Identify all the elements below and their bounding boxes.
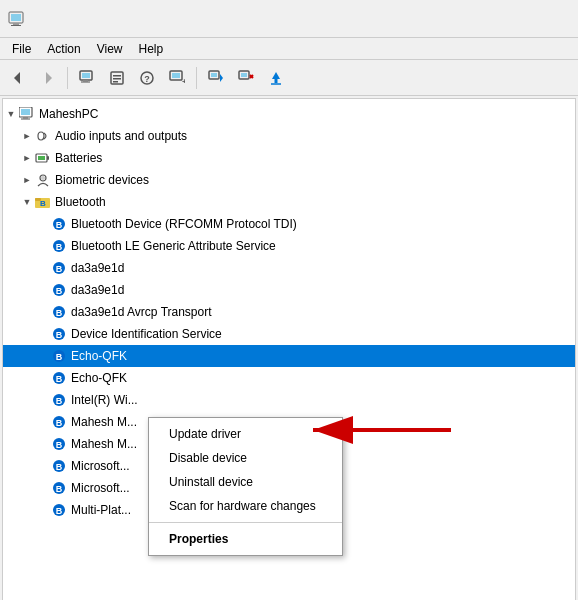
svg-rect-31: [23, 117, 28, 119]
svg-rect-30: [21, 109, 30, 115]
svg-marker-21: [220, 74, 223, 82]
tree-expander-biometric[interactable]: ►: [19, 172, 35, 188]
svg-rect-7: [82, 73, 90, 78]
svg-rect-2: [13, 23, 19, 25]
tree-item-root[interactable]: ▼MaheshPC: [3, 103, 575, 125]
tree-icon-audio: [35, 128, 51, 144]
download-button[interactable]: [262, 64, 290, 92]
tree-expander-bt10[interactable]: [35, 414, 51, 430]
tree-icon-bt9: B: [51, 392, 67, 408]
forward-button[interactable]: [34, 64, 62, 92]
tree-expander-bt4[interactable]: [35, 282, 51, 298]
svg-rect-32: [21, 119, 30, 120]
toolbar-sep-2: [196, 67, 197, 89]
tree-icon-bt6: B: [51, 326, 67, 342]
tree-item-bt4[interactable]: Bda3a9e1d: [3, 279, 575, 301]
svg-text:B: B: [56, 352, 63, 362]
properties-button[interactable]: [103, 64, 131, 92]
menu-item-help[interactable]: Help: [131, 40, 172, 58]
red-arrow: [303, 415, 453, 448]
svg-rect-12: [113, 78, 121, 80]
svg-rect-20: [211, 73, 217, 77]
tree-expander-bt7[interactable]: [35, 348, 51, 364]
tree-icon-bt14: B: [51, 502, 67, 518]
tree-icon-bt4: B: [51, 282, 67, 298]
tree-expander-bt13[interactable]: [35, 480, 51, 496]
tree-label-batteries: Batteries: [55, 151, 102, 165]
tree-icon-bt2: B: [51, 238, 67, 254]
tree-item-bt5[interactable]: Bda3a9e1d Avrcp Transport: [3, 301, 575, 323]
svg-marker-5: [46, 72, 52, 84]
tree-icon-biometric: [35, 172, 51, 188]
svg-rect-3: [11, 25, 21, 26]
tree-item-bt9[interactable]: BIntel(R) Wi...: [3, 389, 575, 411]
context-menu-item-uninstall[interactable]: Uninstall device: [149, 470, 342, 494]
update-driver-button[interactable]: [202, 64, 230, 92]
context-menu-separator: [149, 522, 342, 523]
context-menu-item-scan[interactable]: Scan for hardware changes: [149, 494, 342, 518]
help-button[interactable]: ?: [133, 64, 161, 92]
svg-text:?: ?: [144, 74, 150, 84]
tree-expander-bt9[interactable]: [35, 392, 51, 408]
tree-label-bt3: da3a9e1d: [71, 261, 124, 275]
svg-text:B: B: [56, 418, 63, 428]
svg-point-33: [38, 132, 44, 140]
tree-label-bt5: da3a9e1d Avrcp Transport: [71, 305, 212, 319]
toolbar-sep-1: [67, 67, 68, 89]
tree-label-bt11: Mahesh M...: [71, 437, 137, 451]
tree-icon-root: [19, 106, 35, 122]
svg-text:B: B: [56, 440, 63, 450]
tree-item-bt1[interactable]: BBluetooth Device (RFCOMM Protocol TDI): [3, 213, 575, 235]
tree-icon-bt3: B: [51, 260, 67, 276]
uninstall-button[interactable]: [232, 64, 260, 92]
scan-button[interactable]: +: [163, 64, 191, 92]
tree-expander-bt3[interactable]: [35, 260, 51, 276]
svg-rect-17: [172, 73, 180, 78]
context-menu-item-properties[interactable]: Properties: [149, 527, 342, 551]
svg-rect-35: [38, 156, 45, 160]
menu-item-view[interactable]: View: [89, 40, 131, 58]
tree-expander-bt14[interactable]: [35, 502, 51, 518]
main-area: ▼MaheshPC►Audio inputs and outputs►Batte…: [2, 98, 576, 600]
back-button[interactable]: [4, 64, 32, 92]
tree-expander-bt8[interactable]: [35, 370, 51, 386]
context-menu-item-disable[interactable]: Disable device: [149, 446, 342, 470]
tree-expander-bt5[interactable]: [35, 304, 51, 320]
svg-rect-8: [83, 80, 88, 82]
menu-bar: FileActionViewHelp: [0, 38, 578, 60]
tree-expander-root[interactable]: ▼: [3, 106, 19, 122]
tree-label-bt10: Mahesh M...: [71, 415, 137, 429]
tree-expander-bt1[interactable]: [35, 216, 51, 232]
tree-expander-audio[interactable]: ►: [19, 128, 35, 144]
menu-item-file[interactable]: File: [4, 40, 39, 58]
tree-item-bt6[interactable]: BDevice Identification Service: [3, 323, 575, 345]
tree-item-bt7[interactable]: BEcho-QFK: [3, 345, 575, 367]
svg-text:B: B: [56, 220, 63, 230]
tree-item-batteries[interactable]: ►Batteries: [3, 147, 575, 169]
title-bar: [0, 0, 578, 38]
svg-text:B: B: [56, 264, 63, 274]
svg-rect-38: [41, 176, 45, 180]
tree-item-bt2[interactable]: BBluetooth LE Generic Attribute Service: [3, 235, 575, 257]
svg-rect-13: [113, 81, 118, 83]
show-computer-button[interactable]: [73, 64, 101, 92]
tree-label-bt8: Echo-QFK: [71, 371, 127, 385]
svg-text:B: B: [56, 330, 63, 340]
tree-expander-bt12[interactable]: [35, 458, 51, 474]
tree-expander-bluetooth[interactable]: ▼: [19, 194, 35, 210]
svg-text:+: +: [182, 77, 185, 86]
tree-expander-bt2[interactable]: [35, 238, 51, 254]
tree-expander-bt6[interactable]: [35, 326, 51, 342]
title-bar-icon: [8, 11, 24, 27]
tree-item-bt8[interactable]: BEcho-QFK: [3, 367, 575, 389]
menu-item-action[interactable]: Action: [39, 40, 88, 58]
tree-item-biometric[interactable]: ►Biometric devices: [3, 169, 575, 191]
tree-item-bluetooth[interactable]: ▼BBluetooth: [3, 191, 575, 213]
tree-expander-bt11[interactable]: [35, 436, 51, 452]
tree-label-bt9: Intel(R) Wi...: [71, 393, 138, 407]
tree-item-bt3[interactable]: Bda3a9e1d: [3, 257, 575, 279]
tree-label-bluetooth: Bluetooth: [55, 195, 106, 209]
tree-expander-batteries[interactable]: ►: [19, 150, 35, 166]
tree-item-audio[interactable]: ►Audio inputs and outputs: [3, 125, 575, 147]
svg-rect-23: [241, 73, 247, 77]
